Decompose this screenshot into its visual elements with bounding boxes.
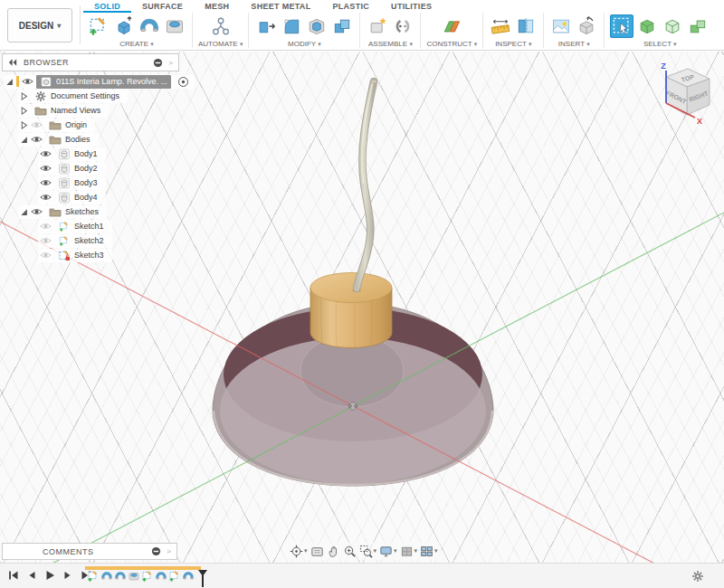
group-label-select[interactable]: SELECT ▾ [643,40,677,48]
section-analysis-icon[interactable] [514,14,538,38]
collapse-panel-icon[interactable] [8,59,18,66]
timeline-feature-revolve-3[interactable] [114,570,127,583]
view-cube[interactable]: TOP FRONT RIGHT Z X [639,57,722,140]
tab-surface[interactable]: SURFACE [131,0,194,13]
measure-icon[interactable] [489,14,512,38]
3d-viewport-canvas[interactable]: TOP FRONT RIGHT Z X BROWSER > 011 [0,52,724,563]
browser-item-sketch2[interactable]: Sketch2 [2,233,179,248]
timeline-step-back-button[interactable] [25,569,38,582]
timeline-feature-revolve-6[interactable] [155,570,167,583]
group-label-insert[interactable]: INSERT ▾ [558,40,590,48]
browser-item-body4[interactable]: Body4 [2,190,179,204]
hole-icon[interactable] [163,14,186,38]
tab-sheet-metal[interactable]: SHEET METAL [240,0,321,13]
tab-solid[interactable]: SOLID [83,0,131,13]
visibility-eye-icon[interactable] [40,222,52,231]
automate-icon[interactable] [209,14,233,38]
visibility-eye-icon[interactable] [22,77,33,86]
extrude-icon[interactable] [112,14,136,38]
display-settings-icon[interactable]: ▾ [379,545,397,558]
settings-gear-icon[interactable] [691,570,704,583]
timeline-playhead-marker[interactable] [197,570,208,588]
construction-plane-icon[interactable] [440,14,463,38]
visibility-eye-icon[interactable] [31,135,43,144]
timeline-feature-hole-4[interactable] [128,570,140,583]
fit-icon[interactable]: ▾ [359,545,377,558]
group-label-create[interactable]: CREATE ▾ [119,40,154,48]
lamp-holder-top[interactable] [310,273,392,303]
joint-icon[interactable] [391,14,414,38]
orbit-icon[interactable]: ▾ [290,545,308,558]
canvas-icon[interactable] [549,14,573,38]
timeline-feature-sketch-1[interactable] [87,570,100,583]
visibility-eye-icon[interactable] [40,236,52,245]
select-icon[interactable] [610,14,634,38]
select-body-icon[interactable] [635,14,659,38]
browser-item-named-views[interactable]: Named Views [2,103,179,118]
x-axis-label: X [697,117,702,126]
create-sketch-icon[interactable] [87,14,110,38]
collapse-arrow-icon[interactable] [5,78,14,86]
timeline-feature-revolve-8[interactable] [182,570,195,583]
viewports-icon[interactable]: ▾ [420,545,438,558]
select-face-icon[interactable] [661,14,684,38]
visibility-eye-icon[interactable] [40,193,52,202]
comments-expand-icon[interactable]: > [167,547,171,555]
activate-component-icon[interactable] [177,76,189,88]
timeline-play-button[interactable] [43,569,56,582]
group-label-modify[interactable]: MODIFY ▾ [288,40,321,48]
look-at-icon[interactable] [310,545,324,558]
timeline-step-forward-button[interactable] [62,569,74,582]
browser-item-body1[interactable]: Body1 [2,147,179,161]
group-label-construct[interactable]: CONSTRUCT ▾ [426,40,477,48]
grid-settings-icon[interactable]: ▾ [400,545,418,558]
visibility-eye-icon[interactable] [40,178,52,187]
insert-mesh-icon[interactable] [575,14,598,38]
zoom-icon[interactable] [343,545,357,558]
comments-panel[interactable]: COMMENTS > [2,543,177,560]
expand-arrow-icon[interactable] [20,121,28,129]
expand-arrow-icon[interactable] [20,107,28,115]
visibility-eye-icon[interactable] [40,149,52,158]
visibility-eye-icon[interactable] [31,207,43,216]
browser-item-011s-interia-lamp-revolve[interactable]: 011S Interia Lamp. Revolve. ... [2,74,179,89]
select-group-icon[interactable] [686,14,710,38]
timeline-skip-start-button[interactable] [7,569,20,582]
timeline-feature-revolve-2[interactable] [100,570,113,583]
tab-plastic[interactable]: PLASTIC [321,0,380,13]
timeline-feature-sketch-7[interactable] [168,570,181,583]
timeline-feature-sketch-5[interactable] [141,570,154,583]
press-pull-icon[interactable] [254,14,278,38]
browser-item-document-settings[interactable]: Document Settings [2,89,179,103]
group-label-assemble[interactable]: ASSEMBLE ▾ [368,40,413,48]
group-label-automate[interactable]: AUTOMATE ▾ [198,40,243,48]
new-component-icon[interactable] [366,14,389,38]
combine-icon[interactable] [330,14,354,38]
browser-item-body2[interactable]: Body2 [2,161,179,175]
collapse-arrow-icon[interactable] [20,136,28,144]
tab-utilities[interactable]: UTILITIES [380,0,443,13]
tab-mesh[interactable]: MESH [194,0,240,13]
design-workspace-menu[interactable]: DESIGN ▾ [7,8,72,43]
visibility-eye-icon[interactable] [40,251,52,260]
expand-arrow-icon[interactable] [20,92,28,100]
lamp-cable[interactable] [357,80,377,289]
group-label-inspect[interactable]: INSPECT ▾ [495,40,531,48]
panel-expand-icon[interactable]: > [168,59,173,67]
shell-icon[interactable] [305,14,329,38]
collapse-arrow-icon[interactable] [20,208,28,216]
fillet-icon[interactable] [280,14,303,38]
panel-minimize-icon[interactable] [153,58,163,68]
pan-icon[interactable] [327,545,340,558]
browser-item-sketch3[interactable]: Sketch3 [2,248,179,262]
browser-item-origin[interactable]: Origin [2,118,179,132]
browser-item-bodies[interactable]: Bodies [2,132,179,147]
revolve-icon[interactable] [138,14,161,38]
comments-minimize-icon[interactable] [151,546,161,556]
browser-item-body3[interactable]: Body3 [2,175,179,190]
visibility-eye-icon[interactable] [40,164,52,173]
browser-item-sketch1[interactable]: Sketch1 [2,219,179,233]
visibility-eye-icon[interactable] [31,120,43,129]
browser-item-sketches[interactable]: Sketches [2,204,179,219]
origin-marker[interactable] [348,403,357,410]
